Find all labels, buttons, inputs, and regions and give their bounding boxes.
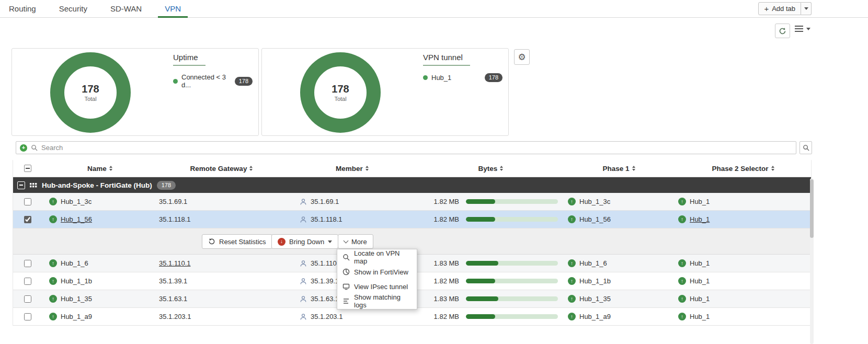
legend-dot-icon <box>423 75 428 80</box>
member-cell: 35.1.203.1 <box>285 308 419 325</box>
search-icon <box>803 144 809 151</box>
legend-count-badge: 178 <box>235 77 253 86</box>
more-button[interactable]: More <box>338 234 373 249</box>
tab-label: SD-WAN <box>110 4 142 13</box>
table-scrollbar-track[interactable] <box>810 178 814 344</box>
user-icon <box>300 260 307 267</box>
tab-security[interactable]: Security <box>52 0 94 18</box>
legend-dot-icon <box>173 79 178 84</box>
column-label: Bytes <box>478 165 498 173</box>
tunnel-up-icon: ↑ <box>568 215 576 223</box>
row-checkbox[interactable] <box>24 216 31 223</box>
phase2-value: Hub_1 <box>690 215 710 223</box>
menu-item-view-ipsec-tunnel[interactable]: View IPsec tunnel <box>337 279 417 294</box>
table-scrollbar-thumb[interactable] <box>810 179 814 238</box>
search-button[interactable] <box>800 141 812 154</box>
legend-item[interactable]: Hub_1 178 <box>423 73 502 82</box>
column-header-name[interactable]: Name <box>42 165 157 173</box>
select-all-checkbox[interactable] <box>24 165 31 172</box>
tunnel-name[interactable]: Hub_1_35 <box>61 295 92 303</box>
menu-item-label: Locate on VPN map <box>354 249 412 265</box>
menu-item-locate-on-vpn-map[interactable]: Locate on VPN map <box>337 250 417 265</box>
plus-icon: + <box>764 5 769 13</box>
row-checkbox[interactable] <box>24 295 31 303</box>
column-header-member[interactable]: Member <box>285 165 419 173</box>
phase1-value: Hub_1_3c <box>579 198 610 205</box>
bring-down-button[interactable]: ↓ Bring Down <box>271 234 338 249</box>
tab-label: Routing <box>9 4 36 13</box>
menu-item-show-matching-logs[interactable]: Show matching logs <box>337 294 417 308</box>
phase1-value: Hub_1_1b <box>579 277 611 285</box>
sort-icon <box>366 166 369 171</box>
collapse-group-button[interactable] <box>17 181 25 189</box>
tab-vpn[interactable]: VPN <box>158 0 188 18</box>
tunnel-up-icon: ↑ <box>678 313 686 320</box>
table-row[interactable]: ↑Hub_1_3c 35.1.69.1 35.1.69.1 1.82 MB ↑H… <box>13 193 811 211</box>
menu-item-label: Show in FortiView <box>354 268 408 276</box>
refresh-button[interactable] <box>775 24 790 38</box>
chevron-down-icon <box>804 7 808 10</box>
member-value: 35.1.69.1 <box>311 198 339 205</box>
column-header-phase2-selector[interactable]: Phase 2 Selector <box>675 165 811 173</box>
widget-settings-button[interactable]: ⚙ <box>514 49 530 65</box>
phase2-value: Hub_1 <box>690 277 710 285</box>
tunnel-up-icon: ↑ <box>49 198 57 205</box>
add-filter-icon[interactable]: + <box>20 144 27 152</box>
phase2-value: Hub_1 <box>690 295 710 303</box>
menu-item-show-in-fortiview[interactable]: Show in FortiView <box>337 265 417 279</box>
list-options-button[interactable] <box>795 26 810 32</box>
table-row-selected[interactable]: ↑Hub_1_56 35.1.118.1 35.1.118.1 1.82 MB … <box>13 211 811 228</box>
vpn-tunnel-widget: 178 Total VPN tunnel Hub_1 178 <box>261 48 509 136</box>
column-label: Phase 2 Selector <box>712 165 768 173</box>
name-cell: ↑Hub_1_a9 <box>42 308 157 325</box>
uptime-donut-chart[interactable]: 178 Total <box>50 52 131 133</box>
table-row[interactable]: ↑Hub_1_a9 35.1.203.1 35.1.203.1 1.82 MB … <box>13 308 811 326</box>
remote-gateway-value: 35.1.39.1 <box>159 277 187 285</box>
donut-total-label: Total <box>84 96 96 102</box>
bytes-cell: 1.82 MB <box>419 308 563 325</box>
chevron-down-icon <box>344 238 349 243</box>
row-checkbox[interactable] <box>24 260 31 267</box>
legend-item[interactable]: Connected < 3 d... 178 <box>173 73 253 89</box>
row-checkbox[interactable] <box>24 198 31 205</box>
chevron-down-icon <box>328 240 332 243</box>
name-cell: ↑Hub_1_56 <box>42 211 157 228</box>
remote-gateway-cell: 35.1.118.1 <box>157 211 285 228</box>
vpn-tunnel-donut-chart[interactable]: 178 Total <box>300 52 381 133</box>
bring-down-icon: ↓ <box>278 238 285 246</box>
bytes-progress-bar <box>466 296 558 301</box>
column-header-remote-gateway[interactable]: Remote Gateway <box>157 165 285 173</box>
remote-gateway-value: 35.1.63.1 <box>159 295 187 303</box>
bytes-progress-bar <box>466 217 558 222</box>
tunnel-name[interactable]: Hub_1_1b <box>61 277 92 285</box>
tab-label: VPN <box>165 4 181 13</box>
user-icon <box>300 295 307 303</box>
tunnel-name[interactable]: Hub_1_a9 <box>61 313 92 320</box>
uptime-widget: 178 Total Uptime Connected < 3 d... 178 <box>12 48 259 136</box>
add-tab-split-button: + Add tab <box>758 2 812 15</box>
column-label: Member <box>336 165 363 173</box>
tunnel-name[interactable]: Hub_1_6 <box>61 259 88 267</box>
bytes-cell: 1.82 MB <box>419 211 563 228</box>
phase1-cell: ↑Hub_1_3c <box>563 193 675 210</box>
row-checkbox[interactable] <box>24 313 31 320</box>
column-header-bytes[interactable]: Bytes <box>419 165 563 173</box>
tunnel-up-icon: ↑ <box>568 313 576 320</box>
user-icon <box>300 278 307 285</box>
tab-routing[interactable]: Routing <box>2 0 43 18</box>
add-tab-menu-button[interactable] <box>801 2 812 15</box>
tunnel-up-icon: ↑ <box>49 313 57 320</box>
group-header-row[interactable]: Hub-and-Spoke - FortiGate (Hub) 178 <box>13 177 811 193</box>
row-checkbox[interactable] <box>24 278 31 285</box>
reset-icon <box>208 238 215 245</box>
reset-statistics-button[interactable]: Reset Statistics <box>202 234 272 249</box>
search-input[interactable] <box>41 144 792 152</box>
tunnel-name[interactable]: Hub_1_3c <box>61 198 92 205</box>
add-tab-button[interactable]: + Add tab <box>758 2 801 15</box>
add-tab-label: Add tab <box>772 5 795 13</box>
tab-sdwan[interactable]: SD-WAN <box>104 0 149 18</box>
phase1-value: Hub_1_6 <box>579 259 607 267</box>
column-header-phase1[interactable]: Phase 1 <box>563 165 675 173</box>
tunnel-name[interactable]: Hub_1_56 <box>61 215 92 223</box>
hamburger-menu-icon <box>795 26 803 32</box>
